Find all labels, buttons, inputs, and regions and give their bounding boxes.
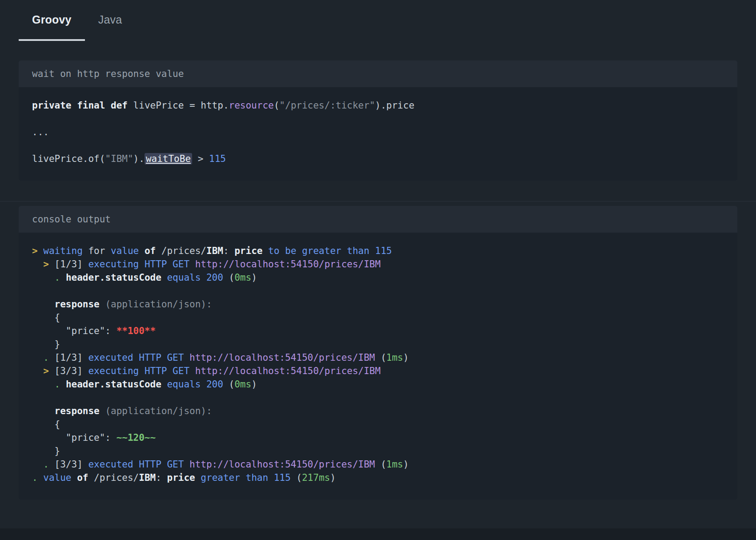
console-line-segment: (application/json):	[105, 406, 212, 416]
code-line-segment: private	[32, 100, 77, 111]
console-line-segment: (	[381, 459, 386, 470]
console-line-segment: .	[32, 472, 43, 483]
console-line-segment: [1/3]	[55, 352, 88, 363]
tab-groovy[interactable]: Groovy	[19, 0, 85, 41]
console-line-segment: (	[229, 379, 235, 390]
console-output-card: console output > waiting for value of /p…	[19, 206, 737, 500]
console-line-segment: .	[43, 459, 54, 470]
console-line-segment: }	[32, 339, 60, 350]
console-line-segment: 200	[206, 272, 229, 283]
console-line-segment	[32, 299, 55, 310]
console-line-segment: waiting	[43, 246, 88, 256]
console-line-segment: )	[330, 472, 336, 483]
console-line-segment: 0ms	[234, 379, 251, 390]
console-line-segment: (	[296, 472, 302, 483]
console-line-segment: equals	[167, 379, 206, 390]
console-line-segment: [3/3]	[55, 366, 88, 376]
console-line-segment: http://localhost:54150/prices/IBM	[189, 352, 381, 363]
console-line: "price": ~~120~~	[32, 431, 724, 444]
console-line-segment: "price":	[32, 432, 117, 443]
console-line-segment	[32, 366, 43, 376]
console-line-segment: )	[403, 459, 409, 470]
console-line-segment: executing HTTP GET	[88, 259, 195, 270]
console-line-segment: IBM	[139, 472, 156, 483]
console-line-segment: [3/3]	[55, 459, 88, 470]
console-line-segment: IBM	[206, 246, 223, 256]
console-line-segment: of	[77, 472, 94, 483]
code-line-segment: final	[77, 100, 111, 111]
console-line-segment: )	[403, 352, 409, 363]
console-line-segment: >	[32, 246, 43, 256]
code-line-segment: 115	[209, 153, 226, 164]
console-line-segment: 217ms	[302, 472, 330, 483]
console-line-segment	[32, 459, 43, 470]
console-line-segment: to be greater than	[268, 246, 375, 256]
console-line-segment: .	[55, 272, 66, 283]
console-line-segment	[32, 272, 55, 283]
console-line-segment: executing HTTP GET	[88, 366, 195, 376]
language-tabs: Groovy Java	[0, 0, 756, 41]
console-line-segment: (application/json):	[105, 299, 212, 310]
console-line: . header.statusCode equals 200 (0ms)	[32, 378, 724, 391]
code-snippet-body: private final def livePrice = http.resou…	[19, 87, 737, 181]
code-snippet-title: wait on http response value	[19, 60, 737, 87]
console-line-segment: http://localhost:54150/prices/IBM	[195, 366, 381, 376]
console-line-segment: 200	[206, 379, 229, 390]
console-line-segment: )	[251, 272, 257, 283]
console-line-segment: response	[55, 299, 105, 310]
code-line-segment: waitToBe	[145, 153, 192, 165]
console-line: response (application/json):	[32, 298, 724, 311]
console-line-segment: (	[381, 352, 386, 363]
console-line-segment: }	[32, 446, 60, 456]
code-line-segment: resource	[229, 100, 274, 111]
console-line-segment: 1ms	[386, 352, 403, 363]
section-divider	[0, 201, 756, 201]
console-line-segment: executed HTTP GET	[88, 459, 189, 470]
console-line-segment: >	[43, 259, 54, 270]
code-line-segment: ).price	[375, 100, 414, 111]
console-line: }	[32, 444, 724, 458]
console-line-segment: 1ms	[386, 459, 403, 470]
console-line-segment	[32, 406, 55, 416]
code-line: ...	[32, 125, 724, 139]
console-line-segment: ~~120~~	[117, 432, 156, 443]
console-line-segment: [1/3]	[55, 259, 88, 270]
console-line-segment: **100**	[117, 326, 156, 336]
console-line-segment: :	[156, 472, 167, 483]
console-line: {	[32, 311, 724, 324]
next-section-edge	[0, 528, 756, 540]
console-line-segment: .	[55, 379, 66, 390]
code-line-segment: "IBM"	[105, 153, 133, 164]
console-line-segment: header.statusCode	[66, 379, 167, 390]
console-line: . header.statusCode equals 200 (0ms)	[32, 271, 724, 284]
console-line-segment: .	[43, 352, 54, 363]
console-line-segment: for	[88, 246, 111, 256]
console-line-segment: (	[229, 272, 235, 283]
console-line: > waiting for value of /prices/IBM: pric…	[32, 244, 724, 258]
tab-java[interactable]: Java	[85, 0, 136, 41]
console-line-segment: >	[43, 366, 54, 376]
console-line-segment: greater than	[201, 472, 273, 483]
console-line-segment: value	[43, 472, 77, 483]
console-line: . [1/3] executed HTTP GET http://localho…	[32, 351, 724, 364]
code-line: livePrice.of("IBM").waitToBe > 115	[32, 152, 724, 165]
code-line-segment: "/prices/:ticker"	[279, 100, 375, 111]
console-line-segment: {	[32, 419, 60, 430]
console-line-segment: )	[251, 379, 257, 390]
console-line-segment: 115	[375, 246, 392, 256]
console-line-segment: {	[32, 312, 60, 323]
code-line-segment: >	[192, 153, 209, 164]
code-line-segment: def	[111, 100, 133, 111]
console-line-segment	[32, 379, 55, 390]
console-line-segment: http://localhost:54150/prices/IBM	[189, 459, 381, 470]
console-line-segment: /prices/	[94, 472, 139, 483]
console-line: "price": **100**	[32, 324, 724, 338]
code-line-segment: ).	[133, 153, 145, 164]
code-line-segment: livePrice.of(	[32, 153, 105, 164]
console-line-segment: value	[111, 246, 145, 256]
console-line: response (application/json):	[32, 404, 724, 418]
console-line-segment: price	[167, 472, 201, 483]
console-line: }	[32, 338, 724, 351]
console-line	[32, 284, 724, 298]
console-line-segment	[32, 259, 43, 270]
